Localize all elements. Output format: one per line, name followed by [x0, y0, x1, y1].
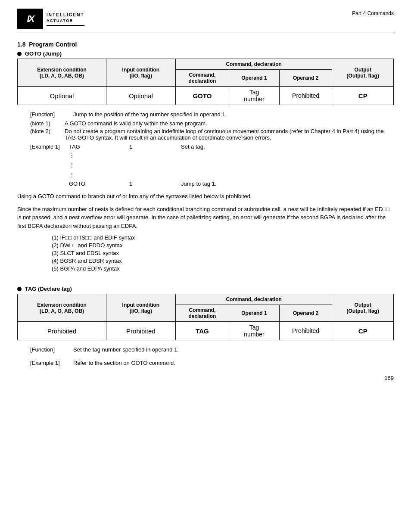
- note2-label: (Note 2): [30, 128, 65, 141]
- goto-example-block: [Example 1] TAG 1 Set a tag. ⋮⋮⋮ GOTO 1 …: [30, 143, 394, 187]
- list-item-text: (3) SLCT and EDSL syntax: [52, 250, 119, 256]
- logo-area: IX INTELLIGENT ACTUATOR: [17, 9, 84, 29]
- table-header-output: Output(Output, flag): [332, 59, 394, 87]
- list-item-text: (4) BGSR and EDSR syntax: [52, 258, 122, 264]
- goto-operand2: Prohibited: [279, 87, 332, 105]
- table-header-input-condition: Input condition(I/O, flag): [106, 59, 175, 87]
- goto-bullet-title: GOTO (Jump): [17, 50, 394, 57]
- list-item-text: (2) DW□□ and EDDO syntax: [52, 242, 123, 249]
- goto-function-text: Jump to the position of the tag number s…: [73, 111, 394, 118]
- list-item-text: (1) IF□□ or IS□□ and EDIF syntax: [52, 234, 135, 241]
- tag-ext-condition: Prohibited: [18, 322, 106, 340]
- logo-line1: INTELLIGENT: [47, 12, 84, 18]
- example1-line2: GOTO 1 Jump to tag 1.: [69, 180, 216, 187]
- table-header-operand1: Operand 1: [229, 70, 280, 87]
- goto-ext-condition: Optional: [18, 87, 106, 105]
- logo-icon: IX: [17, 9, 43, 29]
- note2-row: (Note 2) Do not create a program contain…: [30, 128, 394, 141]
- tag-operand2: Prohibited: [279, 322, 332, 340]
- goto-list: (1) IF□□ or IS□□ and EDIF syntax (2) DW□…: [52, 234, 394, 272]
- section-title: 1.8 Program Control: [17, 41, 394, 48]
- tag-cmd: TAG: [175, 322, 229, 340]
- goto-para2: Since the maximum number of nests is def…: [17, 205, 394, 230]
- tag-input-condition: Prohibited: [106, 322, 175, 340]
- logo-text: INTELLIGENT ACTUATOR: [47, 12, 84, 26]
- example1-cmd1: TAG: [69, 143, 95, 150]
- table-header-ext-condition: Extension condition(LD, A, O, AB, OB): [18, 59, 106, 87]
- bullet-icon: [17, 52, 22, 56]
- tag-table-header-output: Output(Output, flag): [332, 294, 394, 322]
- goto-para1: Using a GOTO command to branch out of or…: [17, 192, 394, 201]
- tag-table-header-cmd-decl: Command, declaration: [175, 294, 332, 305]
- example1-content: TAG 1 Set a tag. ⋮⋮⋮ GOTO 1 Jump to tag …: [69, 143, 216, 187]
- note1-label: (Note 1): [30, 120, 65, 127]
- tag-example-block: [Example 1] Refer to the section on GOTO…: [30, 360, 394, 366]
- example1-row: [Example 1] TAG 1 Set a tag. ⋮⋮⋮ GOTO 1 …: [30, 143, 394, 187]
- goto-operand1: Tagnumber: [229, 87, 280, 105]
- note1-text: A GOTO command is valid only within the …: [65, 120, 394, 127]
- table-header-operand2: Operand 2: [279, 70, 332, 87]
- list-item: (4) BGSR and EDSR syntax: [52, 258, 394, 264]
- list-item-text: (5) BGPA and EDPA syntax: [52, 265, 120, 272]
- logo-line2: ACTUATOR: [47, 18, 84, 24]
- goto-output: CP: [332, 87, 394, 105]
- goto-input-condition: Optional: [106, 87, 175, 105]
- example1-label: [Example 1]: [30, 143, 69, 187]
- example1-line1: TAG 1 Set a tag.: [69, 143, 216, 150]
- tag-bullet-title: TAG (Declare tag): [17, 286, 394, 292]
- note2-text: Do not create a program containing an in…: [65, 128, 394, 141]
- bullet-icon: [17, 287, 22, 291]
- page-header: IX INTELLIGENT ACTUATOR Part 4 Commands: [17, 9, 394, 33]
- tag-table: Extension condition(LD, A, O, AB, OB) In…: [17, 294, 394, 340]
- list-item: (2) DW□□ and EDDO syntax: [52, 242, 394, 249]
- tag-table-header-input: Input condition(I/O, flag): [106, 294, 175, 322]
- example1-num1: 1: [129, 143, 146, 150]
- tag-table-header-op1: Operand 1: [229, 305, 280, 322]
- example1-desc2: Jump to tag 1.: [181, 180, 216, 187]
- tag-operand1: Tagnumber: [229, 322, 280, 340]
- tag-function-block: [Function] Set the tag number specified …: [30, 346, 394, 353]
- note1-row: (Note 1) A GOTO command is valid only wi…: [30, 120, 394, 127]
- tag-function-text: Set the tag number specified in operand …: [73, 346, 394, 353]
- example1-cmd2: GOTO: [69, 180, 95, 187]
- example1-desc1: Set a tag.: [181, 143, 205, 150]
- dots: ⋮⋮⋮: [69, 151, 216, 180]
- table-header-cmd-declaration: Command, declaration: [175, 59, 332, 70]
- tag-output: CP: [332, 322, 394, 340]
- tag-table-header-ext: Extension condition(LD, A, O, AB, OB): [18, 294, 106, 322]
- goto-function-block: [Function] Jump to the position of the t…: [30, 111, 394, 118]
- tag-table-header-op2: Operand 2: [279, 305, 332, 322]
- tag-example-text: Refer to the section on GOTO command.: [73, 360, 394, 366]
- page-number: 169: [17, 375, 394, 381]
- list-item: (1) IF□□ or IS□□ and EDIF syntax: [52, 234, 394, 241]
- tag-example-label: [Example 1]: [30, 360, 73, 366]
- goto-notes: (Note 1) A GOTO command is valid only wi…: [30, 120, 394, 141]
- section-label: Part 4 Commands: [352, 9, 394, 16]
- example1-num2: 1: [129, 180, 146, 187]
- table-header-cmd: Command,declaration: [175, 70, 229, 87]
- goto-cmd: GOTO: [175, 87, 229, 105]
- tag-function-label: [Function]: [30, 346, 73, 353]
- list-item: (3) SLCT and EDSL syntax: [52, 250, 394, 256]
- goto-function-label: [Function]: [30, 111, 73, 118]
- tag-table-header-cmd: Command,declaration: [175, 305, 229, 322]
- list-item: (5) BGPA and EDPA syntax: [52, 265, 394, 272]
- goto-table: Extension condition(LD, A, O, AB, OB) In…: [17, 59, 394, 105]
